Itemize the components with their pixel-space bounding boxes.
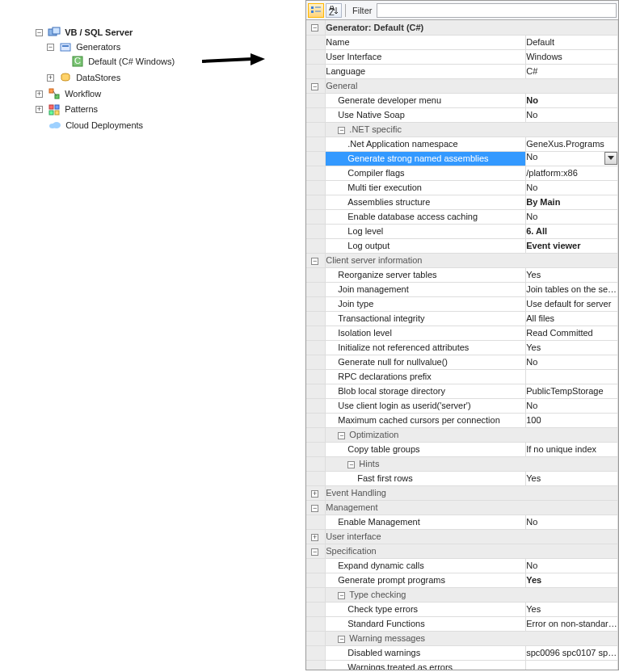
tree-node-datastores[interactable]: + DataStores [47,69,305,85]
tree-label: Cloud Deployments [65,120,143,130]
prop-row[interactable]: Initialize not referenced attributesYes [306,340,618,355]
svg-rect-7 [49,89,53,93]
alphabetical-button[interactable]: AZ [326,3,342,18]
navigator-tree: − VB / SQL Server − Generators C Default… [0,0,305,672]
prop-row[interactable]: Maximum cached cursors per connection100 [306,413,618,427]
svg-rect-12 [49,111,53,115]
expand-icon[interactable]: + [36,90,43,98]
tree-node-default-gen[interactable]: C Default (C# Windows) [58,53,305,69]
prop-row[interactable]: LanguageC# [306,64,618,78]
dropdown-button[interactable] [604,152,617,165]
svg-rect-1 [53,27,60,34]
prop-row[interactable]: Use Native SoapNo [306,107,618,122]
prop-row[interactable]: Blob local storage directoryPublicTempSt… [306,384,618,398]
prop-row[interactable]: Use client login as userid('server')No [306,398,618,413]
prop-row[interactable]: Generate prompt programsYes [306,573,618,587]
svg-rect-2 [61,44,70,51]
property-grid[interactable]: −Generator: Default (C#) NameDefault Use… [306,20,618,670]
category-row[interactable]: − Hints [306,456,618,471]
generators-icon [59,41,72,52]
svg-rect-19 [311,10,314,13]
prop-row[interactable]: RPC declarations prefix [306,369,618,384]
svg-line-16 [202,59,252,61]
svg-rect-3 [62,45,69,47]
tree-label: Workflow [65,89,101,99]
prop-row[interactable]: Join managementJoin tables on the server [306,282,618,296]
prop-row[interactable]: Reorganize server tablesYes [306,267,618,282]
category-row[interactable]: − .NET specific [306,122,618,136]
property-grid-panel: AZ Filter −Generator: Default (C#) NameD… [305,0,619,670]
prop-row[interactable]: Check type errorsYes [306,602,618,616]
svg-rect-11 [55,105,59,109]
prop-row[interactable]: Isolation levelRead Committed [306,326,618,340]
prop-row-selected[interactable]: Generate strong named assembliesNo [306,151,618,166]
filter-input[interactable] [377,3,617,18]
category-row[interactable]: +User interface [306,529,618,544]
category-row[interactable]: −Management [306,500,618,514]
prop-row[interactable]: Multi tier executionNo [306,180,618,195]
prop-row[interactable]: Generate developer menuNo [306,93,618,107]
patterns-icon [48,104,61,116]
prop-row[interactable]: NameDefault [306,35,618,49]
tree-label: DataStores [76,73,120,82]
expand-icon[interactable]: + [47,74,54,82]
svg-marker-17 [251,53,265,65]
prop-row[interactable]: Transactional integrityAll files [306,311,618,326]
prop-row[interactable]: Log level6. All [306,224,618,238]
tree-node-workflow[interactable]: + Workflow [36,86,305,101]
svg-rect-18 [311,6,314,9]
svg-rect-10 [49,105,53,109]
prop-row[interactable]: Join typeUse default for server [306,296,618,311]
tree-label: Generators [76,42,120,52]
prop-row[interactable]: Fast first rowsYes [306,471,618,485]
svg-rect-13 [55,111,59,115]
prop-row[interactable]: Warnings treated as errors [306,660,618,670]
tree-node-generators[interactable]: − Generators C Default (C# Windows) [47,39,305,69]
prop-row[interactable]: Standard FunctionsError on non-standard … [306,616,618,631]
filter-label: Filter [352,6,372,15]
collapse-icon[interactable]: − [36,29,43,36]
prop-row[interactable]: Expand dynamic callsNo [306,558,618,573]
prop-row[interactable]: Copy table groupsIf no unique index [306,442,618,456]
prop-row[interactable]: Log outputEvent viewer [306,238,618,253]
arrow-icon [202,52,267,71]
grid-header[interactable]: −Generator: Default (C#) [306,20,618,35]
expand-icon[interactable]: + [36,106,43,113]
prop-row[interactable]: User InterfaceWindows [306,49,618,64]
svg-text:Z: Z [329,7,335,15]
tree-node-cloud[interactable]: Cloud Deployments [36,117,305,132]
category-row[interactable]: − Optimization [306,427,618,442]
category-row[interactable]: −General [306,78,618,93]
tree-label: Patterns [65,105,98,115]
prop-row[interactable]: Compiler flags/platform:x86 [306,166,618,180]
svg-marker-24 [608,156,614,160]
svg-text:C: C [74,56,81,65]
property-toolbar: AZ Filter [306,1,618,20]
prop-row[interactable]: .Net Application namespaceGeneXus.Progra… [306,136,618,151]
prop-row[interactable]: Disabled warningsspc0096 spc0107 spc0142 [306,645,618,660]
category-row[interactable]: − Type checking [306,587,618,602]
svg-point-15 [53,122,61,128]
tree-label: VB / SQL Server [65,27,133,37]
prop-row[interactable]: Assemblies structureBy Main [306,195,618,209]
categorized-button[interactable] [308,3,324,18]
category-row[interactable]: −Specification [306,544,618,558]
prop-row[interactable]: Generate null for nullvalue()No [306,355,618,369]
category-row[interactable]: − Warning messages [306,631,618,645]
category-row[interactable]: +Event Handling [306,485,618,500]
prop-row[interactable]: Enable ManagementNo [306,514,618,529]
tree-node-patterns[interactable]: + Patterns [36,101,305,116]
collapse-icon[interactable]: − [47,44,54,51]
server-icon [48,27,61,38]
prop-row[interactable]: Enable database access cachingNo [306,209,618,224]
datastore-icon [59,72,72,83]
cloud-icon [48,120,61,131]
category-row[interactable]: −Client server information [306,253,618,267]
csharp-icon: C [71,56,84,67]
tree-label: Default (C# Windows) [88,57,175,66]
workflow-icon [48,88,61,99]
